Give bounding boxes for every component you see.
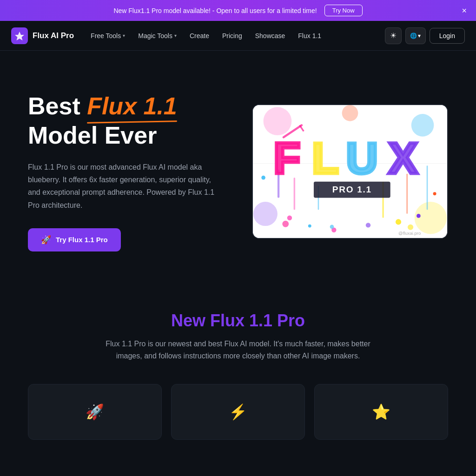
nav-links: Free Tools ▾ Magic Tools ▾ Create Pricin… [85, 28, 381, 43]
globe-icon: 🌐 [410, 33, 417, 39]
features-subtitle: Flux 1.1 Pro is our newest and best Flux… [99, 338, 377, 362]
chevron-down-icon: ▾ [418, 33, 421, 39]
language-selector-button[interactable]: 🌐 ▾ [405, 27, 426, 44]
nav-item-create[interactable]: Create [184, 28, 215, 43]
hero-section: Best Flux 1.1 Model Ever Flux 1.1 Pro is… [0, 51, 476, 283]
svg-point-15 [396, 219, 401, 225]
hero-title: Best Flux 1.1 Model Ever [28, 92, 224, 150]
svg-point-4 [415, 202, 447, 234]
logo-icon [11, 27, 28, 44]
announcement-text: New Flux1.1 Pro model available! - Open … [113, 7, 317, 14]
feature-cards: 🚀 ⚡ ⭐ [28, 384, 448, 440]
try-now-button[interactable]: Try Now [324, 5, 363, 16]
sun-icon: ☀ [390, 31, 397, 40]
svg-point-34 [330, 225, 334, 229]
svg-point-18 [261, 176, 265, 180]
hero-description: Flux 1.1 Pro is our most advanced Flux A… [28, 161, 224, 212]
logo-text: Flux AI Pro [33, 31, 74, 40]
svg-rect-12 [427, 165, 428, 210]
svg-point-6 [342, 105, 358, 121]
announcement-banner: New Flux1.1 Pro model available! - Open … [0, 0, 476, 21]
svg-text:X: X [388, 133, 418, 183]
nav-item-free-tools[interactable]: Free Tools ▾ [85, 28, 131, 43]
svg-text:PRO 1.1: PRO 1.1 [332, 185, 372, 194]
hero-content: Best Flux 1.1 Model Ever Flux 1.1 Pro is… [28, 92, 224, 251]
hero-cta-label: Try Flux 1.1 Pro [56, 236, 108, 244]
close-banner-button[interactable]: × [462, 7, 467, 15]
star-icon: ⭐ [372, 403, 390, 421]
svg-point-36 [408, 225, 413, 230]
features-title: New Flux 1.1 Pro [28, 311, 448, 331]
svg-point-35 [366, 223, 370, 227]
svg-point-17 [433, 192, 436, 195]
hero-title-accent: Flux 1.1 [87, 92, 177, 120]
svg-text:U: U [346, 133, 378, 183]
feature-card-2: ⚡ [171, 384, 305, 440]
svg-point-16 [416, 214, 421, 218]
logo-link[interactable]: Flux AI Pro [11, 27, 74, 44]
feature-card-1: 🚀 [28, 384, 162, 440]
svg-point-5 [253, 202, 278, 226]
feature-card-3: ⭐ [314, 384, 448, 440]
nav-item-magic-tools[interactable]: Magic Tools ▾ [132, 28, 182, 43]
hero-image: F F L L U U X X PRO 1.1 [252, 104, 448, 239]
svg-point-3 [411, 114, 434, 137]
svg-marker-0 [15, 32, 24, 40]
navbar: Flux AI Pro Free Tools ▾ Magic Tools ▾ C… [0, 21, 476, 51]
login-button[interactable]: Login [430, 28, 465, 44]
svg-text:F: F [273, 133, 300, 183]
svg-point-14 [308, 225, 311, 228]
svg-text:@fluxai.pro: @fluxai.pro [398, 231, 421, 236]
theme-toggle-button[interactable]: ☀ [385, 27, 402, 44]
nav-item-pricing[interactable]: Pricing [217, 28, 248, 43]
nav-item-showcase[interactable]: Showcase [250, 28, 291, 43]
chevron-down-icon: ▾ [174, 33, 177, 38]
nav-item-flux11[interactable]: Flux 1.1 [292, 28, 327, 43]
flux-artwork: F F L L U U X X PRO 1.1 [253, 105, 447, 238]
chevron-down-icon: ▾ [123, 33, 125, 38]
lightning-icon: ⚡ [229, 403, 247, 421]
hero-cta-button[interactable]: 🚀 Try Flux 1.1 Pro [28, 228, 121, 251]
svg-text:L: L [312, 133, 339, 183]
nav-right: ☀ 🌐 ▾ Login [385, 27, 465, 44]
rocket-icon: 🚀 [86, 403, 104, 421]
features-section: New Flux 1.1 Pro Flux 1.1 Pro is our new… [0, 283, 476, 458]
hero-image-area: F F L L U U X X PRO 1.1 [252, 104, 448, 239]
svg-point-13 [287, 216, 292, 220]
svg-point-33 [282, 221, 289, 227]
svg-point-2 [264, 107, 292, 135]
rocket-icon: 🚀 [41, 235, 51, 245]
